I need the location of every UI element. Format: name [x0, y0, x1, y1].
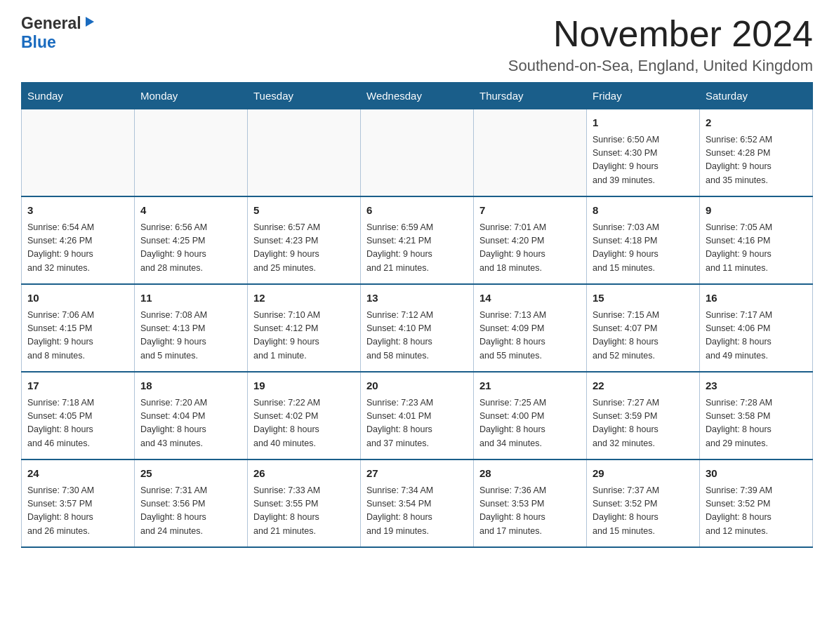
calendar-cell [248, 109, 361, 197]
day-number: 24 [27, 466, 128, 482]
calendar-cell: 30Sunrise: 7:39 AM Sunset: 3:52 PM Dayli… [700, 459, 813, 547]
day-info: Sunrise: 7:22 AM Sunset: 4:02 PM Dayligh… [253, 396, 355, 451]
day-info: Sunrise: 7:34 AM Sunset: 3:54 PM Dayligh… [366, 484, 468, 539]
day-info: Sunrise: 7:10 AM Sunset: 4:12 PM Dayligh… [253, 309, 355, 363]
day-number: 26 [253, 466, 355, 482]
day-info: Sunrise: 7:18 AM Sunset: 4:05 PM Dayligh… [27, 396, 128, 451]
logo: General Blue [21, 14, 95, 52]
calendar-cell: 4Sunrise: 6:56 AM Sunset: 4:25 PM Daylig… [135, 196, 248, 284]
day-number: 23 [706, 378, 807, 394]
day-number: 7 [479, 203, 581, 219]
calendar-cell: 7Sunrise: 7:01 AM Sunset: 4:20 PM Daylig… [474, 196, 587, 284]
calendar-cell: 11Sunrise: 7:08 AM Sunset: 4:13 PM Dayli… [135, 284, 248, 372]
day-info: Sunrise: 7:12 AM Sunset: 4:10 PM Dayligh… [366, 309, 468, 363]
day-number: 9 [706, 203, 807, 219]
calendar-day-header: Friday [587, 83, 700, 109]
calendar-cell: 23Sunrise: 7:28 AM Sunset: 3:58 PM Dayli… [700, 372, 813, 459]
day-info: Sunrise: 7:33 AM Sunset: 3:55 PM Dayligh… [253, 484, 355, 539]
day-info: Sunrise: 7:28 AM Sunset: 3:58 PM Dayligh… [706, 396, 807, 451]
day-info: Sunrise: 7:23 AM Sunset: 4:01 PM Dayligh… [366, 396, 468, 451]
calendar-cell: 22Sunrise: 7:27 AM Sunset: 3:59 PM Dayli… [587, 372, 700, 459]
day-number: 28 [479, 466, 581, 482]
day-number: 21 [479, 378, 581, 394]
day-number: 15 [593, 290, 694, 307]
calendar-day-header: Thursday [474, 83, 587, 109]
day-info: Sunrise: 7:03 AM Sunset: 4:18 PM Dayligh… [593, 221, 694, 276]
day-info: Sunrise: 7:06 AM Sunset: 4:15 PM Dayligh… [27, 309, 128, 363]
calendar-cell: 19Sunrise: 7:22 AM Sunset: 4:02 PM Dayli… [248, 372, 361, 459]
calendar-day-header: Monday [135, 83, 248, 109]
calendar-cell: 21Sunrise: 7:25 AM Sunset: 4:00 PM Dayli… [474, 372, 587, 459]
day-number: 18 [140, 378, 241, 394]
day-number: 10 [27, 290, 128, 307]
calendar-cell: 9Sunrise: 7:05 AM Sunset: 4:16 PM Daylig… [700, 196, 813, 284]
calendar-week-row: 17Sunrise: 7:18 AM Sunset: 4:05 PM Dayli… [22, 372, 813, 459]
calendar-day-header: Wednesday [361, 83, 474, 109]
calendar-cell: 27Sunrise: 7:34 AM Sunset: 3:54 PM Dayli… [361, 459, 474, 547]
day-info: Sunrise: 6:52 AM Sunset: 4:28 PM Dayligh… [706, 133, 807, 188]
day-info: Sunrise: 7:01 AM Sunset: 4:20 PM Dayligh… [479, 221, 581, 276]
day-info: Sunrise: 7:05 AM Sunset: 4:16 PM Dayligh… [706, 221, 807, 276]
day-number: 29 [593, 466, 694, 482]
svg-marker-0 [86, 17, 94, 27]
calendar-cell: 24Sunrise: 7:30 AM Sunset: 3:57 PM Dayli… [22, 459, 135, 547]
day-info: Sunrise: 7:08 AM Sunset: 4:13 PM Dayligh… [140, 309, 241, 363]
day-number: 16 [706, 290, 807, 307]
logo-arrow-icon [83, 15, 95, 31]
day-number: 25 [140, 466, 241, 482]
calendar-cell: 10Sunrise: 7:06 AM Sunset: 4:15 PM Dayli… [22, 284, 135, 372]
calendar-cell [361, 109, 474, 197]
calendar-day-header: Sunday [22, 83, 135, 109]
day-info: Sunrise: 7:30 AM Sunset: 3:57 PM Dayligh… [27, 484, 128, 539]
day-number: 30 [706, 466, 807, 482]
day-info: Sunrise: 7:13 AM Sunset: 4:09 PM Dayligh… [479, 309, 581, 363]
month-title: November 2024 [508, 14, 813, 54]
day-info: Sunrise: 7:27 AM Sunset: 3:59 PM Dayligh… [593, 396, 694, 451]
calendar-week-row: 3Sunrise: 6:54 AM Sunset: 4:26 PM Daylig… [22, 196, 813, 284]
day-number: 11 [140, 290, 241, 307]
day-number: 2 [706, 115, 807, 131]
day-number: 1 [593, 115, 694, 131]
calendar-cell: 20Sunrise: 7:23 AM Sunset: 4:01 PM Dayli… [361, 372, 474, 459]
calendar-table: SundayMondayTuesdayWednesdayThursdayFrid… [21, 82, 813, 548]
calendar-day-header: Saturday [700, 83, 813, 109]
day-number: 14 [479, 290, 581, 307]
day-info: Sunrise: 6:59 AM Sunset: 4:21 PM Dayligh… [366, 221, 468, 276]
day-info: Sunrise: 7:20 AM Sunset: 4:04 PM Dayligh… [140, 396, 241, 451]
location-subtitle: Southend-on-Sea, England, United Kingdom [508, 57, 813, 75]
calendar-cell: 16Sunrise: 7:17 AM Sunset: 4:06 PM Dayli… [700, 284, 813, 372]
calendar-cell [135, 109, 248, 197]
day-number: 8 [593, 203, 694, 219]
day-info: Sunrise: 6:57 AM Sunset: 4:23 PM Dayligh… [253, 221, 355, 276]
day-number: 13 [366, 290, 468, 307]
calendar-week-row: 10Sunrise: 7:06 AM Sunset: 4:15 PM Dayli… [22, 284, 813, 372]
calendar-cell: 12Sunrise: 7:10 AM Sunset: 4:12 PM Dayli… [248, 284, 361, 372]
calendar-cell: 14Sunrise: 7:13 AM Sunset: 4:09 PM Dayli… [474, 284, 587, 372]
calendar-cell: 2Sunrise: 6:52 AM Sunset: 4:28 PM Daylig… [700, 109, 813, 197]
logo-general-text: General [21, 14, 81, 33]
day-info: Sunrise: 6:50 AM Sunset: 4:30 PM Dayligh… [593, 133, 694, 188]
day-number: 27 [366, 466, 468, 482]
page-header: General Blue November 2024 Southend-on-S… [21, 14, 813, 75]
day-number: 19 [253, 378, 355, 394]
day-number: 22 [593, 378, 694, 394]
day-number: 6 [366, 203, 468, 219]
day-number: 4 [140, 203, 241, 219]
day-info: Sunrise: 7:31 AM Sunset: 3:56 PM Dayligh… [140, 484, 241, 539]
day-number: 17 [27, 378, 128, 394]
calendar-cell: 18Sunrise: 7:20 AM Sunset: 4:04 PM Dayli… [135, 372, 248, 459]
day-info: Sunrise: 6:54 AM Sunset: 4:26 PM Dayligh… [27, 221, 128, 276]
calendar-cell: 29Sunrise: 7:37 AM Sunset: 3:52 PM Dayli… [587, 459, 700, 547]
calendar-day-header: Tuesday [248, 83, 361, 109]
calendar-cell: 8Sunrise: 7:03 AM Sunset: 4:18 PM Daylig… [587, 196, 700, 284]
calendar-cell: 25Sunrise: 7:31 AM Sunset: 3:56 PM Dayli… [135, 459, 248, 547]
day-info: Sunrise: 6:56 AM Sunset: 4:25 PM Dayligh… [140, 221, 241, 276]
calendar-cell: 17Sunrise: 7:18 AM Sunset: 4:05 PM Dayli… [22, 372, 135, 459]
calendar-cell: 15Sunrise: 7:15 AM Sunset: 4:07 PM Dayli… [587, 284, 700, 372]
day-number: 3 [27, 203, 128, 219]
calendar-week-row: 24Sunrise: 7:30 AM Sunset: 3:57 PM Dayli… [22, 459, 813, 547]
calendar-week-row: 1Sunrise: 6:50 AM Sunset: 4:30 PM Daylig… [22, 109, 813, 197]
calendar-cell [474, 109, 587, 197]
calendar-header-row: SundayMondayTuesdayWednesdayThursdayFrid… [22, 83, 813, 109]
calendar-cell: 13Sunrise: 7:12 AM Sunset: 4:10 PM Dayli… [361, 284, 474, 372]
